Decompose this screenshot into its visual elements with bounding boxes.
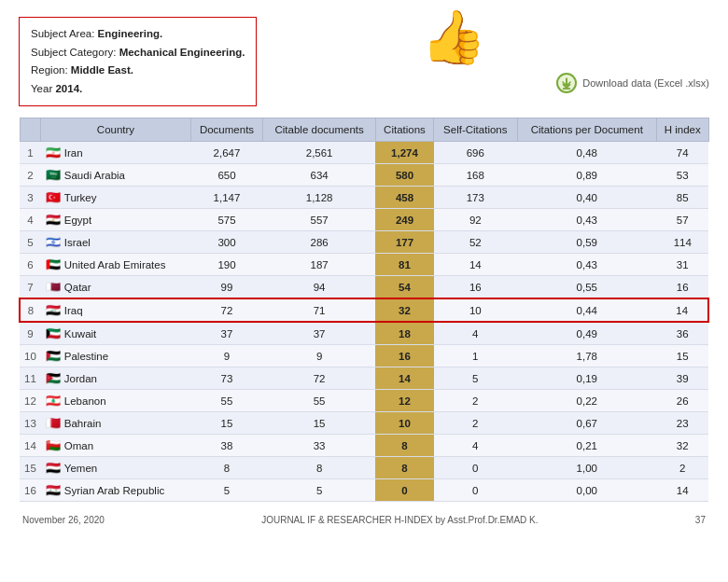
download-label[interactable]: Download data (Excel .xlsx) <box>582 77 709 89</box>
rank-cell: 6 <box>20 254 41 276</box>
header-documents: Documents <box>190 118 263 142</box>
cit-per-doc-cell: 0,43 <box>517 254 656 276</box>
flag-icon: 🇮🇷 <box>46 146 61 159</box>
subject-area-value: Engineering. <box>98 28 163 39</box>
table-row: 1🇮🇷Iran2,6472,5611,2746960,4874 <box>20 142 708 164</box>
header-rank <box>20 118 41 142</box>
flag-icon: 🇮🇱 <box>46 235 61 249</box>
flag-icon: 🇸🇦 <box>46 168 61 182</box>
country-cell: 🇾🇪Yemen <box>41 457 190 479</box>
documents-cell: 190 <box>190 254 263 276</box>
citable-cell: 71 <box>263 298 376 322</box>
citations-cell: 81 <box>375 254 433 276</box>
footer-journal: JOURNAL IF & RESEARCHER H-INDEX by Asst.… <box>261 515 538 525</box>
country-name: Qatar <box>64 282 91 293</box>
h-index-cell: 14 <box>656 479 708 502</box>
country-name: Yemen <box>64 463 97 474</box>
rank-cell: 11 <box>20 367 41 390</box>
flag-icon: 🇾🇪 <box>46 461 61 475</box>
rank-cell: 5 <box>20 231 41 254</box>
rank-cell: 4 <box>20 209 41 231</box>
country-name: Syrian Arab Republic <box>64 485 164 496</box>
self-citations-cell: 0 <box>434 457 518 479</box>
country-cell: 🇴🇲Oman <box>41 435 190 457</box>
h-index-cell: 23 <box>656 412 708 435</box>
citable-cell: 187 <box>263 254 376 276</box>
citations-cell: 12 <box>375 390 433 412</box>
table-row: 6🇦🇪United Arab Emirates19018781140,4331 <box>20 254 708 276</box>
country-name: Oman <box>64 440 93 451</box>
subject-category-value: Mechanical Engineering. <box>119 47 245 58</box>
citations-cell: 458 <box>375 187 433 209</box>
citable-cell: 5 <box>263 479 376 502</box>
citations-cell: 1,274 <box>375 142 433 164</box>
self-citations-cell: 52 <box>434 231 518 254</box>
documents-cell: 73 <box>190 367 263 390</box>
citable-cell: 94 <box>263 276 376 299</box>
citable-cell: 1,128 <box>263 187 376 209</box>
flag-icon: 🇯🇴 <box>46 371 61 385</box>
header-cit-per-doc: Citations per Document <box>517 118 656 142</box>
self-citations-cell: 5 <box>434 367 518 390</box>
region-value: Middle East. <box>71 64 133 76</box>
self-citations-cell: 10 <box>434 298 518 322</box>
self-citations-cell: 168 <box>434 164 518 187</box>
h-index-cell: 85 <box>656 187 708 209</box>
cit-per-doc-cell: 0,40 <box>517 187 656 209</box>
citations-cell: 16 <box>375 345 433 367</box>
header-country: Country <box>41 118 190 142</box>
table-row: 10🇵🇸Palestine991611,7815 <box>20 345 708 367</box>
documents-cell: 37 <box>190 322 263 345</box>
documents-cell: 1,147 <box>190 187 263 209</box>
cit-per-doc-cell: 0,21 <box>517 435 656 457</box>
self-citations-cell: 1 <box>434 345 518 367</box>
table-row: 15🇾🇪Yemen88801,002 <box>20 457 708 479</box>
country-cell: 🇱🇧Lebanon <box>41 390 190 412</box>
country-name: Saudi Arabia <box>64 170 125 181</box>
h-index-cell: 15 <box>656 345 708 367</box>
data-table: Country Documents Citable documents Cita… <box>19 118 709 502</box>
country-name: Turkey <box>64 192 97 203</box>
citable-cell: 9 <box>263 345 376 367</box>
table-row: 8🇮🇶Iraq727132100,4414 <box>20 298 708 322</box>
flag-icon: 🇱🇧 <box>46 394 61 408</box>
rank-cell: 8 <box>20 298 41 322</box>
download-icon <box>556 73 577 93</box>
self-citations-cell: 92 <box>434 209 518 231</box>
h-index-cell: 2 <box>656 457 708 479</box>
download-section[interactable]: Download data (Excel .xlsx) <box>556 73 709 93</box>
country-name: Kuwait <box>64 328 97 340</box>
self-citations-cell: 696 <box>434 142 518 164</box>
table-row: 16🇸🇾Syrian Arab Republic55000,0014 <box>20 479 708 502</box>
subject-category-label: Subject Category: <box>31 47 116 58</box>
h-index-cell: 57 <box>656 209 708 231</box>
cit-per-doc-cell: 0,89 <box>517 164 656 187</box>
cit-per-doc-cell: 0,22 <box>517 390 656 412</box>
self-citations-cell: 2 <box>434 390 518 412</box>
country-name: Egypt <box>64 215 91 226</box>
flag-icon: 🇹🇷 <box>46 190 61 204</box>
cit-per-doc-cell: 0,67 <box>517 412 656 435</box>
cit-per-doc-cell: 0,48 <box>517 142 656 164</box>
table-row: 9🇰🇼Kuwait37371840,4936 <box>20 322 708 345</box>
flag-icon: 🇸🇾 <box>46 483 61 497</box>
country-cell: 🇪🇬Egypt <box>41 209 190 231</box>
table-row: 11🇯🇴Jordan73721450,1939 <box>20 367 708 390</box>
citations-cell: 177 <box>375 231 433 254</box>
citable-cell: 55 <box>263 390 376 412</box>
rank-cell: 9 <box>20 322 41 345</box>
citable-cell: 37 <box>263 322 376 345</box>
h-index-cell: 53 <box>656 164 708 187</box>
country-cell: 🇰🇼Kuwait <box>41 322 190 345</box>
citations-cell: 32 <box>375 298 433 322</box>
citable-cell: 634 <box>263 164 376 187</box>
subject-area-label: Subject Area: <box>31 28 94 39</box>
flag-icon: 🇶🇦 <box>46 280 61 294</box>
rank-cell: 2 <box>20 164 41 187</box>
country-name: Iraq <box>64 305 83 316</box>
year-label: Year <box>31 83 52 94</box>
h-index-cell: 36 <box>656 322 708 345</box>
flag-icon: 🇪🇬 <box>46 213 61 227</box>
cit-per-doc-cell: 0,43 <box>517 209 656 231</box>
header-citable: Citable documents <box>263 118 376 142</box>
